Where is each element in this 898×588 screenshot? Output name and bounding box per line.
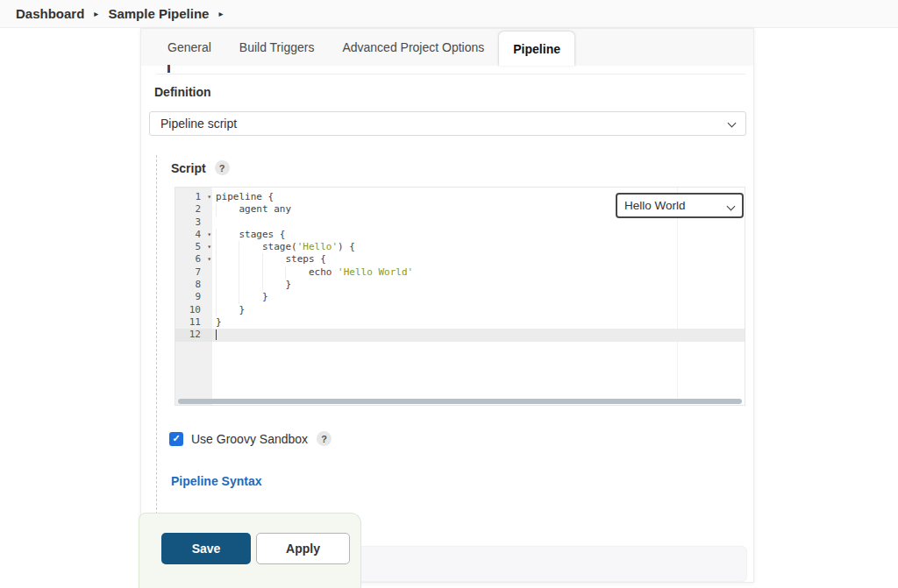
line-number: 11 bbox=[175, 316, 212, 329]
sandbox-row: ✓ Use Groovy Sandbox ? bbox=[169, 431, 331, 446]
fold-arrow-icon[interactable]: ▾ bbox=[207, 191, 211, 203]
tick-mark bbox=[167, 65, 170, 73]
bottom-action-bar: Save Apply bbox=[139, 513, 361, 588]
chevron-right-icon[interactable]: ▸ bbox=[94, 9, 98, 18]
definition-label: Definition bbox=[154, 85, 211, 99]
editor-line[interactable]: 7echo 'Hello World' bbox=[175, 266, 745, 279]
line-number: 1▾ bbox=[175, 191, 212, 203]
fold-arrow-icon[interactable]: ▾ bbox=[207, 229, 211, 241]
line-number: 10 bbox=[175, 304, 212, 316]
line-number: 8 bbox=[175, 279, 212, 291]
editor-line[interactable]: 8} bbox=[175, 279, 745, 291]
editor-line[interactable]: 5▾stage('Hello') { bbox=[175, 241, 745, 253]
script-code-editor[interactable]: 1▾pipeline {2agent any34▾stages {5▾stage… bbox=[175, 187, 745, 406]
code-text: } bbox=[212, 316, 745, 329]
pipeline-syntax-link[interactable]: Pipeline Syntax bbox=[171, 474, 261, 488]
tab-pipeline[interactable]: Pipeline bbox=[498, 31, 575, 66]
line-number: 12 bbox=[175, 329, 212, 341]
line-number: 3 bbox=[175, 216, 212, 229]
code-text: steps { bbox=[212, 253, 745, 266]
save-button[interactable]: Save bbox=[161, 533, 251, 564]
line-number: 9 bbox=[175, 291, 212, 303]
line-number: 4▾ bbox=[175, 229, 212, 241]
line-number: 2 bbox=[175, 203, 212, 216]
code-text: stage('Hello') { bbox=[212, 241, 745, 253]
editor-line[interactable]: 6▾steps { bbox=[175, 253, 745, 266]
editor-horizontal-scrollbar[interactable] bbox=[178, 399, 742, 404]
editor-line[interactable]: 10} bbox=[175, 304, 745, 316]
chevron-down-icon bbox=[727, 202, 736, 211]
script-label: Script bbox=[171, 161, 206, 175]
use-groovy-sandbox-checkbox[interactable]: ✓ bbox=[169, 432, 183, 446]
editor-line[interactable]: 9} bbox=[175, 291, 745, 303]
line-number: 7 bbox=[175, 266, 212, 279]
sample-script-select[interactable]: Hello World bbox=[616, 193, 744, 218]
code-text: } bbox=[212, 304, 745, 316]
definition-select[interactable]: Pipeline script bbox=[149, 111, 746, 136]
chevron-right-icon[interactable]: ▸ bbox=[218, 9, 223, 18]
section-indent-line bbox=[156, 155, 157, 514]
editor-line[interactable]: 12 bbox=[175, 329, 745, 341]
tab-advanced-project-options[interactable]: Advanced Project Options bbox=[328, 29, 498, 66]
tab-build-triggers[interactable]: Build Triggers bbox=[225, 29, 329, 66]
line-number: 6▾ bbox=[175, 253, 212, 266]
breadcrumb-item-dashboard[interactable]: Dashboard bbox=[16, 6, 84, 21]
editor-line[interactable]: 4▾stages { bbox=[175, 229, 745, 241]
apply-button[interactable]: Apply bbox=[256, 533, 350, 564]
fold-arrow-icon[interactable]: ▾ bbox=[207, 253, 211, 266]
sample-script-select-value: Hello World bbox=[624, 199, 686, 212]
divider bbox=[156, 74, 745, 74]
code-text: echo 'Hello World' bbox=[212, 266, 745, 279]
script-header: Script ? bbox=[171, 160, 230, 175]
line-number: 5▾ bbox=[175, 241, 212, 253]
breadcrumb: Dashboard ▸ Sample Pipeline ▸ bbox=[0, 0, 898, 28]
code-text: } bbox=[212, 291, 745, 303]
chevron-down-icon bbox=[728, 119, 737, 128]
tab-general[interactable]: General bbox=[153, 29, 225, 66]
config-card: GeneralBuild TriggersAdvanced Project Op… bbox=[140, 28, 754, 583]
help-icon[interactable]: ? bbox=[215, 160, 230, 175]
code-text: stages { bbox=[212, 229, 745, 241]
code-text: } bbox=[212, 279, 745, 291]
code-text bbox=[212, 329, 745, 341]
help-icon[interactable]: ? bbox=[317, 431, 331, 446]
breadcrumb-item-sample-pipeline[interactable]: Sample Pipeline bbox=[108, 6, 209, 21]
editor-line[interactable]: 11} bbox=[175, 316, 745, 329]
sandbox-label[interactable]: Use Groovy Sandbox bbox=[191, 432, 308, 446]
definition-select-value: Pipeline script bbox=[160, 117, 237, 131]
fold-arrow-icon[interactable]: ▾ bbox=[207, 241, 211, 253]
tab-bar: GeneralBuild TriggersAdvanced Project Op… bbox=[141, 29, 753, 66]
